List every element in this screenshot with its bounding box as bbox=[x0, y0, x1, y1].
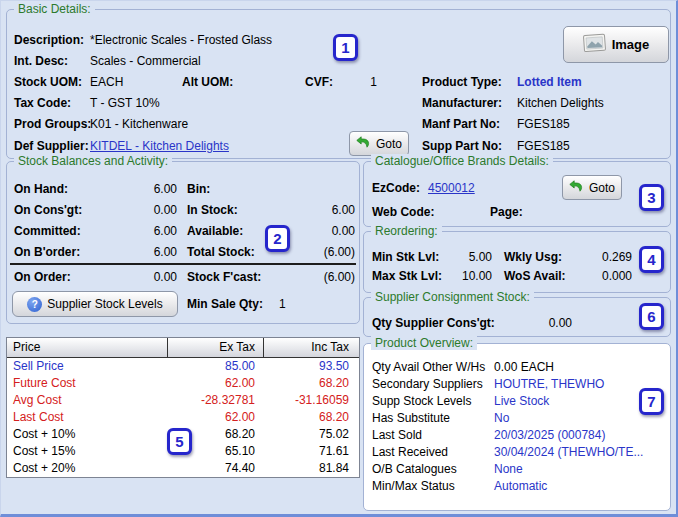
tax-code-value: T - GST 10% bbox=[90, 96, 160, 110]
qty-avail-other-whs-label: Qty Avail Other W/Hs bbox=[372, 360, 485, 374]
goto-button-label: Goto bbox=[376, 137, 402, 151]
min-sale-qty-label: Min Sale Qty: bbox=[187, 297, 263, 311]
price-table-header: Price Ex Tax Inc Tax bbox=[7, 338, 359, 358]
stock-uom-value: EACH bbox=[90, 75, 123, 89]
callout-1: 1 bbox=[333, 34, 358, 61]
ezcode-goto-button[interactable]: Goto bbox=[562, 175, 622, 200]
price-row-inctax: 75.02 bbox=[263, 426, 357, 443]
page-label: Page: bbox=[490, 205, 523, 219]
stock-balances-group: Stock Balances and Activity: On Hand: 6.… bbox=[6, 161, 360, 324]
ob-catalogues-label: O/B Catalogues bbox=[372, 462, 457, 476]
goto-arrow-icon bbox=[356, 136, 371, 152]
price-row-extax: -28.32781 bbox=[167, 392, 263, 409]
reordering-title: Reordering: bbox=[371, 224, 442, 238]
supp-part-no-value: FGES185 bbox=[517, 139, 570, 153]
secondary-suppliers-label: Secondary Suppliers bbox=[372, 377, 483, 391]
description-value: *Electronic Scales - Frosted Glass bbox=[90, 33, 272, 47]
supp-part-no-label: Supp Part No: bbox=[422, 139, 502, 153]
on-order-value: 0.00 bbox=[102, 270, 177, 284]
totals-separator-line bbox=[10, 263, 356, 265]
int-desc-label: Int. Desc: bbox=[14, 54, 68, 68]
callout-7: 7 bbox=[639, 388, 664, 415]
goto-button-label: Goto bbox=[589, 181, 615, 195]
price-row-label: Avg Cost bbox=[7, 392, 167, 409]
product-overview-group: Product Overview: Qty Avail Other W/Hs 0… bbox=[363, 343, 671, 511]
alt-uom-label: Alt UOM: bbox=[182, 75, 233, 89]
product-type-label: Product Type: bbox=[422, 75, 502, 89]
extax-column-header[interactable]: Ex Tax bbox=[167, 338, 263, 357]
callout-5: 5 bbox=[167, 428, 192, 455]
max-stk-lvl-value: 10.00 bbox=[440, 269, 492, 283]
price-row-label: Cost + 20% bbox=[7, 460, 167, 477]
secondary-suppliers-value: HOUTRE, THEWHO bbox=[494, 377, 604, 391]
price-row-inctax: 93.50 bbox=[263, 358, 357, 375]
stock-balances-title: Stock Balances and Activity: bbox=[14, 154, 172, 168]
min-max-status-label: Min/Max Status bbox=[372, 479, 455, 493]
wos-avail-label: WoS Avail: bbox=[504, 269, 566, 283]
def-supplier-link[interactable]: KITDEL - Kitchen Delights bbox=[90, 139, 229, 153]
manf-part-no-value: FGES185 bbox=[517, 117, 570, 131]
int-desc-value: Scales - Commercial bbox=[90, 54, 201, 68]
prod-groups-value: K01 - Kitchenware bbox=[90, 117, 188, 131]
tax-code-label: Tax Code: bbox=[14, 96, 71, 110]
inctax-column-header[interactable]: Inc Tax bbox=[263, 338, 357, 357]
price-row-avg-cost: Avg Cost -28.32781 -31.16059 bbox=[7, 392, 359, 409]
in-stock-value: 6.00 bbox=[273, 203, 355, 217]
price-row-inctax: 71.61 bbox=[263, 443, 357, 460]
qty-supplier-consgt-value: 0.00 bbox=[510, 316, 572, 330]
price-row-inctax: 68.20 bbox=[263, 375, 357, 392]
wkly-usg-value: 0.269 bbox=[570, 250, 632, 264]
price-row-last-cost: Last Cost 62.00 68.20 bbox=[7, 409, 359, 426]
wkly-usg-label: Wkly Usg: bbox=[504, 250, 562, 264]
price-row-extax: 62.00 bbox=[167, 409, 263, 426]
in-stock-label: In Stock: bbox=[187, 203, 238, 217]
callout-4: 4 bbox=[639, 246, 664, 273]
price-column-header[interactable]: Price bbox=[7, 338, 167, 357]
on-hand-value: 6.00 bbox=[102, 182, 177, 196]
last-sold-value: 20/03/2025 (000784) bbox=[494, 428, 605, 442]
image-button[interactable]: Image bbox=[563, 26, 669, 63]
price-row-cost-plus-20: Cost + 20% 74.40 81.84 bbox=[7, 460, 359, 477]
available-label: Available: bbox=[187, 224, 243, 238]
qty-supplier-consgt-label: Qty Supplier Cons'gt: bbox=[372, 316, 495, 330]
qty-avail-other-whs-value: 0.00 EACH bbox=[494, 360, 554, 374]
price-row-label: Future Cost bbox=[7, 375, 167, 392]
ob-catalogues-value: None bbox=[494, 462, 523, 476]
last-sold-label: Last Sold bbox=[372, 428, 422, 442]
ezcode-label: EzCode: bbox=[372, 181, 420, 195]
supplier-stock-levels-button[interactable]: ? Supplier Stock Levels bbox=[12, 291, 178, 317]
basic-details-title: Basic Details: bbox=[14, 2, 95, 16]
def-supplier-goto-button[interactable]: Goto bbox=[349, 131, 409, 156]
supp-stock-levels-label: Supp Stock Levels bbox=[372, 394, 471, 408]
on-consgt-value: 0.00 bbox=[102, 203, 177, 217]
def-supplier-label: Def Supplier: bbox=[14, 139, 89, 153]
price-row-extax: 62.00 bbox=[167, 375, 263, 392]
callout-6: 6 bbox=[639, 303, 664, 330]
image-icon bbox=[583, 33, 607, 56]
total-stock-label: Total Stock: bbox=[187, 245, 255, 259]
price-row-extax: 74.40 bbox=[167, 460, 263, 477]
image-button-label: Image bbox=[612, 37, 650, 52]
stock-fcast-value: (6.00) bbox=[273, 270, 355, 284]
price-row-inctax: 68.20 bbox=[263, 409, 357, 426]
product-type-value: Lotted Item bbox=[517, 75, 582, 89]
manf-part-no-label: Manf Part No: bbox=[422, 117, 500, 131]
min-max-status-value: Automatic bbox=[494, 479, 547, 493]
price-row-inctax: 81.84 bbox=[263, 460, 357, 477]
on-border-value: 6.00 bbox=[102, 245, 177, 259]
price-row-label: Last Cost bbox=[7, 409, 167, 426]
price-row-label: Cost + 15% bbox=[7, 443, 167, 460]
on-order-label: On Order: bbox=[14, 270, 71, 284]
description-label: Description: bbox=[14, 33, 84, 47]
manufacturer-label: Manufacturer: bbox=[422, 96, 502, 110]
price-table: Price Ex Tax Inc Tax Sell Price 85.00 93… bbox=[6, 337, 360, 478]
catalogue-group: Catalogue/Office Brands Details: EzCode:… bbox=[363, 161, 671, 227]
price-row-extax: 85.00 bbox=[167, 358, 263, 375]
ezcode-link[interactable]: 4500012 bbox=[428, 181, 475, 195]
min-stk-lvl-value: 5.00 bbox=[440, 250, 492, 264]
supp-stock-levels-value: Live Stock bbox=[494, 394, 549, 408]
max-stk-lvl-label: Max Stk Lvl: bbox=[372, 269, 442, 283]
last-received-value: 30/04/2024 (THEWHO/TE... bbox=[494, 445, 643, 459]
stock-uom-label: Stock UOM: bbox=[14, 75, 82, 89]
last-received-label: Last Received bbox=[372, 445, 448, 459]
